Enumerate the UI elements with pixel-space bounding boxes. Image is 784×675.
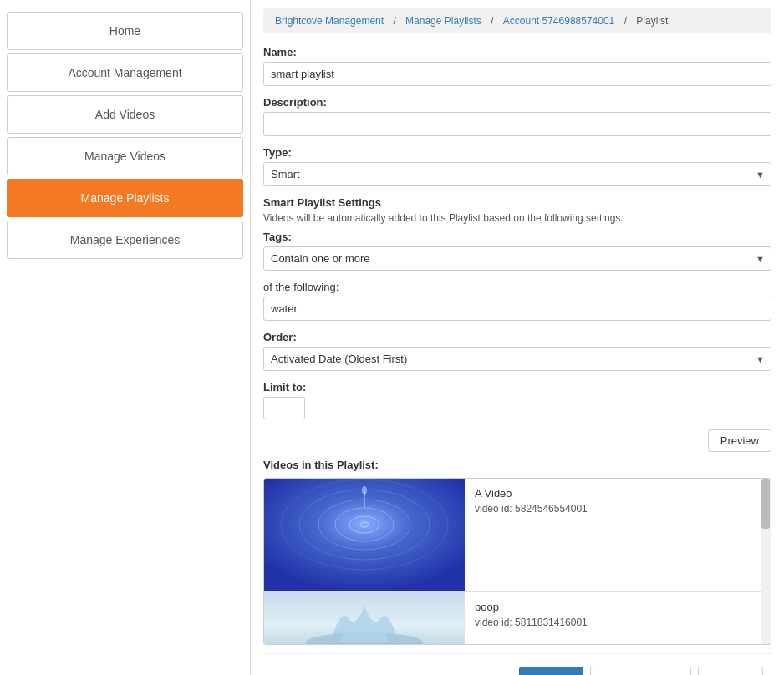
sidebar-item-manage-videos[interactable]: Manage Videos [7, 137, 243, 175]
order-select[interactable]: Activated Date (Oldest First) Activated … [263, 347, 771, 371]
scrollbar-thumb[interactable] [761, 479, 770, 529]
video-thumb-1 [264, 479, 465, 591]
tags-select-wrapper: Contain one or more Contain all of ▼ [263, 246, 771, 271]
description-field-group: Description: [263, 96, 771, 136]
videos-list[interactable]: A Video video id: 5824546554001 [263, 478, 771, 645]
main-content: Brightcove Management / Manage Playlists… [251, 0, 784, 675]
order-group: Order: Activated Date (Oldest First) Act… [263, 331, 771, 371]
video-thumb-2 [264, 592, 465, 645]
videos-label: Videos in this Playlist: [263, 459, 771, 471]
limit-group: Limit to: [263, 381, 771, 419]
of-following-label: of the following: [263, 281, 771, 293]
video-info-1: A Video video id: 5824546554001 [465, 479, 771, 591]
sidebar: HomeAccount ManagementAdd VideosManage V… [0, 0, 251, 675]
type-label: Type: [263, 146, 771, 159]
smart-settings-sub: Videos will be automatically added to th… [263, 212, 771, 224]
breadcrumb-sep-1: / [393, 15, 399, 27]
breadcrumb-part-1[interactable]: Brightcove Management [275, 15, 384, 27]
video-info-2: boop video id: 5811831416001 [465, 592, 771, 645]
description-input[interactable] [263, 112, 771, 136]
name-field-group: Name: [263, 46, 771, 86]
scrollbar-track[interactable] [761, 479, 771, 644]
cancel-button[interactable]: Cancel [698, 667, 763, 675]
tags-group: Tags: Contain one or more Contain all of… [263, 231, 771, 271]
breadcrumb-sep-2: / [491, 15, 496, 27]
svg-point-8 [362, 486, 367, 495]
limit-label: Limit to: [263, 381, 771, 393]
name-input[interactable] [263, 62, 771, 86]
breadcrumb: Brightcove Management / Manage Playlists… [263, 8, 771, 33]
type-select-wrapper: Smart Manual ▼ [263, 162, 771, 186]
video-title-1: A Video [475, 487, 761, 500]
of-following-input[interactable] [263, 297, 771, 321]
breadcrumb-part-2[interactable]: Manage Playlists [405, 15, 481, 27]
breadcrumb-part-3[interactable]: Account 5746988574001 [503, 15, 614, 27]
order-select-wrapper: Activated Date (Oldest First) Activated … [263, 347, 771, 371]
video-id-2: video id: 5811831416001 [475, 617, 761, 628]
name-label: Name: [263, 46, 771, 58]
sidebar-item-manage-experiences[interactable]: Manage Experiences [7, 221, 243, 259]
sidebar-item-home[interactable]: Home [7, 12, 243, 50]
smart-settings-header: Smart Playlist Settings [263, 196, 771, 209]
delete-playlist-button[interactable]: Delete Playlist [590, 667, 690, 675]
video-title-2: boop [475, 601, 761, 613]
order-label: Order: [263, 331, 771, 343]
video-item-1[interactable]: A Video video id: 5824546554001 [264, 479, 771, 592]
smart-settings-section: Smart Playlist Settings Videos will be a… [263, 196, 771, 419]
limit-input[interactable] [263, 397, 305, 419]
video-item-2[interactable]: boop video id: 5811831416001 [264, 592, 771, 645]
type-select[interactable]: Smart Manual [263, 162, 771, 186]
tags-label: Tags: [263, 231, 771, 243]
breadcrumb-sep-3: / [624, 15, 630, 27]
sidebar-item-manage-playlists[interactable]: Manage Playlists [7, 179, 243, 217]
type-field-group: Type: Smart Manual ▼ [263, 146, 771, 186]
sidebar-item-add-videos[interactable]: Add Videos [7, 95, 243, 134]
videos-section: Videos in this Playlist: [263, 459, 771, 645]
sidebar-item-account-management[interactable]: Account Management [7, 53, 243, 92]
video-id-1: video id: 5824546554001 [475, 503, 761, 515]
description-label: Description: [263, 96, 771, 109]
breadcrumb-part-4: Playlist [636, 15, 668, 27]
tags-select[interactable]: Contain one or more Contain all of [263, 246, 771, 271]
create-button[interactable]: Create [519, 667, 583, 675]
of-following-group [263, 297, 771, 321]
bottom-action-bar: Create Delete Playlist Cancel [263, 653, 771, 675]
preview-row: Preview [263, 429, 771, 452]
preview-button[interactable]: Preview [708, 429, 771, 452]
